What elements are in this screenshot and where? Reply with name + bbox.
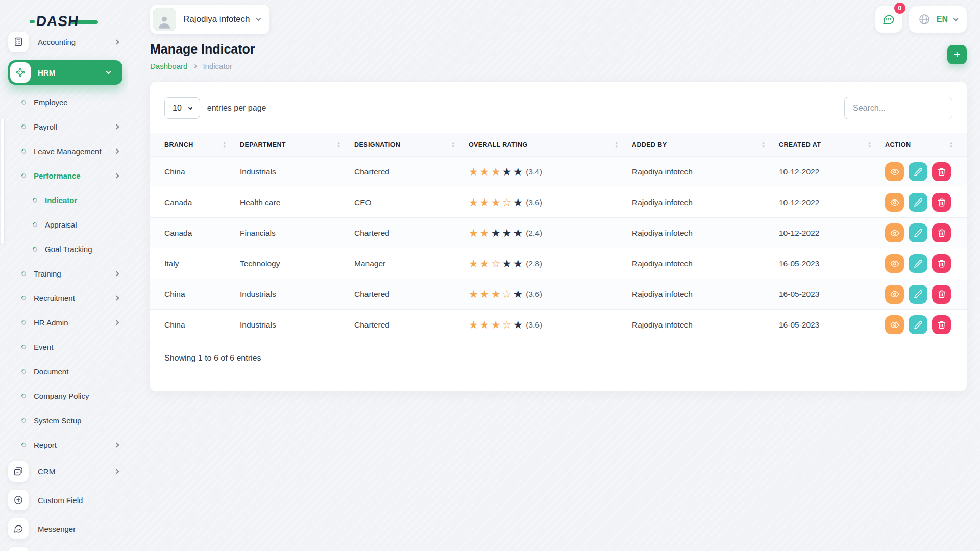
messages-button[interactable]: 0 (875, 6, 902, 33)
delete-button[interactable] (932, 223, 951, 242)
bullet-icon (20, 172, 27, 179)
search-input[interactable] (844, 97, 952, 119)
sidebar-item-system-setup[interactable]: System Setup (8, 408, 122, 433)
sidebar-item-indicator[interactable]: Indicator (8, 188, 122, 212)
chevron-down-icon (106, 69, 111, 74)
cell-designation: Chartered (354, 157, 469, 187)
sidebar-item-calendar[interactable]: Calendar (8, 543, 122, 551)
sidebar-item-leave-management[interactable]: Leave Management (8, 139, 122, 163)
sidebar-item-crm[interactable]: CRM (8, 457, 122, 486)
edit-button[interactable] (909, 315, 927, 334)
delete-button[interactable] (932, 285, 951, 304)
cell-created-at: 16-05-2023 (779, 248, 885, 279)
sidebar-item-label: HR Admin (34, 318, 111, 327)
cell-overall-rating: ★★★☆★(3.6) (469, 187, 632, 218)
star-empty-icon: ★ (513, 197, 523, 208)
cell-action (885, 310, 967, 340)
sidebar-item-appraisal[interactable]: Appraisal (8, 212, 122, 237)
breadcrumb-dashboard-link[interactable]: Dashboard (150, 62, 187, 70)
chevron-right-icon (114, 124, 119, 129)
sidebar-item-report[interactable]: Report (8, 433, 122, 457)
star-rating: ★★☆★★(2.8) (469, 258, 632, 269)
table-row: ItalyTechnologyManager★★☆★★(2.8)Rajodiya… (150, 248, 967, 279)
cell-department: Technology (240, 248, 354, 279)
sidebar-item-goal-tracking[interactable]: Goal Tracking (8, 237, 122, 261)
star-empty-icon: ★ (502, 258, 511, 269)
table-controls: 10 entries per page (150, 97, 967, 119)
sidebar-item-hr-admin[interactable]: HR Admin (8, 310, 122, 335)
sidebar-item-training[interactable]: Training (8, 261, 122, 286)
add-indicator-button[interactable]: + (947, 45, 967, 64)
breadcrumb: Dashboard Indicator (150, 62, 255, 70)
sort-icon: ▲▼ (868, 141, 872, 148)
sidebar-item-payroll[interactable]: Payroll (8, 114, 122, 139)
brand-logo[interactable]: DASH (0, 10, 128, 33)
delete-button[interactable] (932, 193, 951, 212)
cell-designation: CEO (354, 187, 469, 218)
trash-icon (937, 229, 946, 238)
page-content: Manage Indicator Dashboard Indicator + 1… (128, 37, 980, 391)
view-button[interactable] (885, 162, 904, 181)
delete-button[interactable] (932, 315, 951, 334)
rating-value: (3.6) (526, 290, 542, 299)
sidebar-item-label: HRM (38, 68, 103, 77)
column-header-department[interactable]: DEPARTMENT▲▼ (240, 133, 354, 157)
sidebar-item-performance[interactable]: Performance (8, 163, 122, 188)
star-rating: ★★★★★(2.4) (469, 228, 632, 238)
column-header-overall-rating[interactable]: OVERALL RATING▲▼ (469, 133, 632, 157)
star-empty-icon: ★ (513, 166, 523, 177)
edit-button[interactable] (909, 254, 927, 273)
column-header-created-at[interactable]: CREATED AT▲▼ (779, 133, 885, 157)
chevron-right-icon (114, 148, 119, 154)
view-button[interactable] (885, 315, 904, 334)
star-empty-icon: ★ (513, 319, 523, 330)
view-button[interactable] (885, 254, 904, 273)
sidebar-item-label: Document (34, 367, 111, 376)
sidebar-item-messenger[interactable]: Messenger (8, 514, 122, 543)
rating-value: (2.4) (526, 229, 542, 238)
cell-created-at: 16-05-2023 (779, 310, 885, 340)
star-full-icon: ★ (469, 258, 478, 269)
delete-button[interactable] (932, 162, 951, 181)
star-full-icon: ★ (469, 166, 478, 177)
view-button[interactable] (885, 193, 904, 212)
sidebar-item-recruitment[interactable]: Recruitment (8, 286, 122, 310)
page-size-select[interactable]: 10 (164, 97, 200, 119)
pencil-icon (914, 259, 923, 268)
edit-button[interactable] (909, 223, 927, 242)
view-button[interactable] (885, 285, 904, 304)
bullet-icon (20, 368, 27, 375)
column-header-designation[interactable]: DESIGNATION▲▼ (354, 133, 469, 157)
sidebar-item-hrm[interactable]: HRM (8, 60, 122, 85)
column-header-added-by[interactable]: ADDED BY▲▼ (632, 133, 779, 157)
language-selector[interactable]: EN (909, 6, 967, 33)
sidebar-item-event[interactable]: Event (8, 335, 122, 359)
chevron-right-icon (114, 271, 119, 276)
sidebar-item-custom-field[interactable]: Custom Field (8, 486, 122, 514)
sidebar-item-employee[interactable]: Employee (8, 90, 122, 114)
sidebar-item-document[interactable]: Document (8, 359, 122, 384)
cell-overall-rating: ★★☆★★(2.8) (469, 248, 632, 279)
company-selector[interactable]: Rajodiya infotech (150, 5, 270, 34)
bullet-icon (32, 221, 38, 228)
view-button[interactable] (885, 223, 904, 242)
column-label: CREATED AT (779, 141, 821, 148)
bullet-icon (20, 123, 27, 130)
crm-icon (8, 461, 29, 482)
edit-button[interactable] (909, 285, 927, 304)
delete-button[interactable] (932, 254, 951, 273)
edit-button[interactable] (909, 193, 927, 212)
sidebar-item-company-policy[interactable]: Company Policy (8, 384, 122, 408)
chevron-right-icon (114, 469, 119, 474)
chat-icon (882, 13, 895, 26)
column-header-branch[interactable]: BRANCH▲▼ (150, 133, 240, 157)
sidebar-scrollbar[interactable] (1, 118, 4, 244)
sidebar-item-label: Appraisal (45, 220, 111, 229)
cell-department: Health care (240, 187, 354, 218)
column-header-action[interactable]: ACTION▲▼ (885, 133, 967, 157)
page-header: Manage Indicator Dashboard Indicator + (150, 42, 967, 70)
sidebar-item-label: Leave Management (34, 147, 111, 156)
table-row: ChinaIndustrialsChartered★★★★★(3.4)Rajod… (150, 157, 967, 187)
brand-name: DASH (35, 13, 80, 30)
edit-button[interactable] (909, 162, 927, 181)
